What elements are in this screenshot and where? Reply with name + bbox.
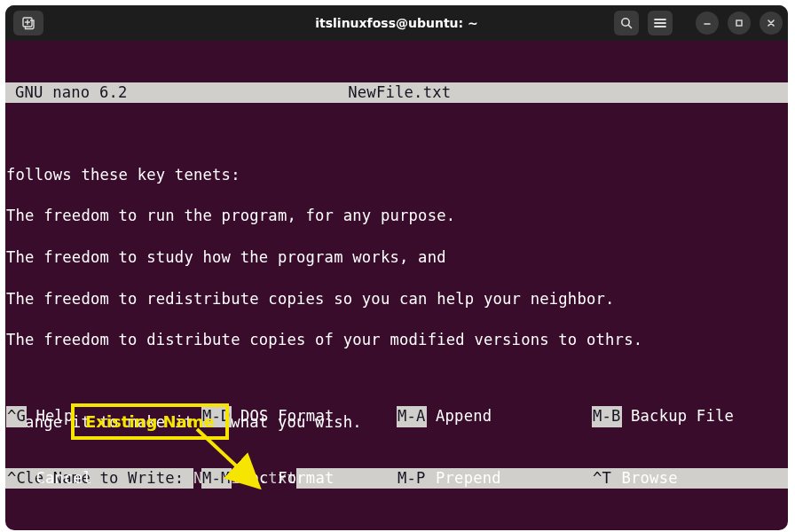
shortcut-desc: Prepend [427, 468, 501, 489]
shortcut-key: ^G [6, 406, 27, 426]
search-icon [620, 17, 633, 29]
maximize-icon [734, 18, 744, 28]
shortcut-key: M-M [201, 468, 232, 489]
editor-line: The freedom to redistribute copies so yo… [6, 289, 787, 309]
annotation-label: Existing Name [85, 412, 215, 431]
new-tab-button[interactable] [13, 11, 43, 35]
nano-file-name: NewFile.txt [12, 82, 787, 103]
titlebar: itslinuxfoss@ubuntu: ~ [5, 5, 788, 41]
editor-line: The freedom to distribute copies of your… [6, 330, 787, 350]
terminal-viewport[interactable]: GNU nano 6.2 NewFile.txt follows these k… [5, 41, 788, 530]
shortcut-desc: Append [427, 406, 492, 426]
search-button[interactable] [614, 11, 639, 35]
close-icon [766, 18, 776, 28]
shortcut-item[interactable]: ^TBrowse [592, 468, 787, 489]
shortcut-desc: Browse [612, 468, 678, 489]
annotation-callout: Existing Name [71, 403, 229, 440]
shortcut-key: M-P [397, 468, 427, 489]
shortcut-key: M-A [397, 406, 427, 426]
shortcut-desc: Backup File [622, 406, 734, 426]
editor-line: The freedom to study how the program wor… [6, 247, 787, 268]
editor-line [6, 309, 787, 330]
shortcut-desc: DOS Format [232, 406, 335, 426]
minimize-icon [702, 18, 712, 28]
editor-line: follows these key tenets: [6, 165, 787, 185]
shortcut-key: ^T [592, 468, 612, 489]
editor-line [6, 185, 787, 206]
shortcut-item[interactable]: M-BBackup File [592, 406, 787, 426]
shortcut-item[interactable]: M-MMac Format [201, 468, 397, 489]
shortcut-bar: ^GHelpM-DDOS FormatM-AAppendM-BBackup Fi… [5, 365, 788, 530]
shortcut-desc: Mac Format [232, 468, 335, 489]
shortcut-key: ^C [6, 468, 27, 489]
close-button[interactable] [760, 12, 783, 35]
svg-rect-2 [736, 20, 742, 26]
shortcut-desc: Help [27, 406, 74, 426]
editor-line [6, 227, 787, 247]
editor-line [6, 268, 787, 288]
terminal-window: itslinuxfoss@ubuntu: ~ [5, 5, 788, 530]
shortcut-item[interactable]: M-DDOS Format [201, 406, 397, 426]
shortcut-item[interactable]: M-AAppend [397, 406, 592, 426]
new-tab-icon [21, 16, 35, 30]
maximize-button[interactable] [728, 12, 751, 35]
minimize-button[interactable] [696, 12, 719, 35]
shortcut-key: M-B [592, 406, 622, 426]
hamburger-icon [654, 18, 666, 28]
menu-button[interactable] [648, 11, 673, 35]
shortcut-item[interactable]: ^CCancel [6, 468, 201, 489]
nano-header: GNU nano 6.2 NewFile.txt [5, 82, 788, 103]
shortcut-item[interactable]: M-PPrepend [397, 468, 592, 489]
shortcut-desc: Cancel [27, 468, 92, 489]
editor-line: The freedom to run the program, for any … [6, 206, 787, 226]
